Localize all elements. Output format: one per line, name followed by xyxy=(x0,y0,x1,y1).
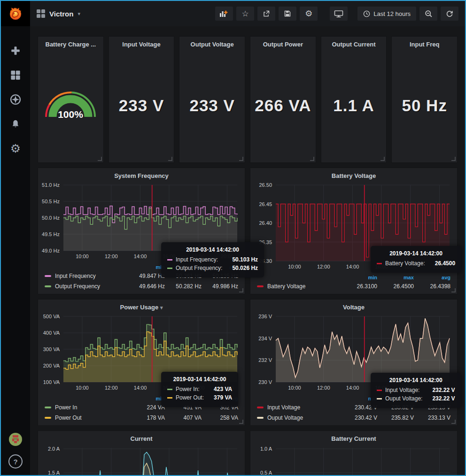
panel-title[interactable]: Output Current xyxy=(321,37,387,49)
panel-title[interactable]: Input Freq xyxy=(392,37,457,49)
y-tick-label: 234 V xyxy=(258,336,272,341)
voltage-chart[interactable]: 236 V234 V232 V230 V10:0012:0014:0016:00… xyxy=(250,312,457,394)
x-tick-label: 10:00 xyxy=(76,253,89,259)
dashboard-title[interactable]: Victron xyxy=(49,10,73,18)
panel-title[interactable]: Input Voltage xyxy=(109,37,174,49)
panel-title[interactable]: System Frequency xyxy=(38,168,245,180)
settings-gear-button[interactable]: ⚙ xyxy=(300,7,318,21)
legend-series-name[interactable]: Output Frequency xyxy=(55,283,100,290)
explore-icon[interactable] xyxy=(9,93,22,106)
cycle-view-tv-button[interactable] xyxy=(330,7,348,21)
panel-title[interactable]: Voltage xyxy=(250,299,457,312)
panel-resize-handle[interactable] xyxy=(239,157,243,161)
configuration-gear-icon[interactable]: ⚙ xyxy=(9,142,22,155)
legend-series-name[interactable]: Input Frequency xyxy=(55,273,96,279)
stat-value: 1.1 A xyxy=(321,49,387,162)
panel-resize-handle[interactable] xyxy=(451,157,456,161)
legend-series-name[interactable]: Ouput Voltage xyxy=(267,415,303,421)
stat-value: 233 V xyxy=(109,49,174,162)
refresh-icon xyxy=(446,10,453,17)
legend-value: 50.282 Hz xyxy=(165,283,202,290)
legend-header-cell[interactable]: min xyxy=(341,275,377,280)
system-frequency-chart[interactable]: 51.0 Hz50.5 Hz50.0 Hz49.5 Hz49.0 Hz10:00… xyxy=(38,180,245,263)
legend-value: 49.847 Hz xyxy=(128,273,165,279)
time-range-picker[interactable]: Last 12 hours xyxy=(357,7,416,21)
share-dashboard-button[interactable] xyxy=(257,7,275,21)
panel-resize-handle[interactable] xyxy=(239,288,243,292)
legend-series-name[interactable]: Battery Voltage xyxy=(267,283,305,290)
legend-header-cell[interactable]: min xyxy=(128,396,165,401)
panel-resize-handle[interactable] xyxy=(310,157,314,161)
add-panel-button[interactable] xyxy=(215,7,233,21)
y-tick-label: 50.5 Hz xyxy=(42,199,60,204)
save-dashboard-button[interactable] xyxy=(279,7,296,21)
panel-resize-handle[interactable] xyxy=(381,157,385,161)
panel-output-voltage: Output Voltage 233 V xyxy=(179,36,245,163)
alerting-bell-icon[interactable] xyxy=(9,117,22,131)
user-avatar[interactable] xyxy=(9,433,22,448)
panel-title[interactable]: Battery Charge ... xyxy=(38,37,103,49)
legend-value: 233.13 V xyxy=(414,415,450,421)
panel-title-caret-icon[interactable]: ▾ xyxy=(160,305,163,310)
y-tick-label: 232 V xyxy=(258,357,272,363)
tooltip-timestamp: 2019-03-14 14:42:00 xyxy=(167,376,232,383)
panel-title[interactable]: Current xyxy=(38,431,245,443)
power-usage-chart[interactable]: 500 VA400 VA300 VA200 VA100 VA10:0012:00… xyxy=(38,312,245,394)
legend-value: 230.42 V xyxy=(341,415,377,421)
dashboards-icon[interactable] xyxy=(9,69,22,82)
x-tick-label: 10:00 xyxy=(76,385,89,391)
panel-title[interactable]: Output Voltage xyxy=(179,37,245,49)
legend-item[interactable]: Ouput Voltage230.42 V235.82 V233.13 V xyxy=(257,413,450,423)
x-tick-label: 10:00 xyxy=(288,385,301,391)
legend-header-cell[interactable]: avg xyxy=(414,275,450,280)
tooltip-swatch xyxy=(377,263,382,264)
create-icon[interactable] xyxy=(9,44,22,57)
panel-title[interactable]: Output Power xyxy=(250,37,316,49)
legend-header-cell[interactable]: min xyxy=(128,264,165,270)
legend-item[interactable]: Output Frequency49.646 Hz50.282 Hz49.986… xyxy=(45,281,238,292)
refresh-button[interactable] xyxy=(441,7,458,21)
tooltip-timestamp: 2019-03-14 14:42:00 xyxy=(167,246,258,253)
legend-series-name[interactable]: Power Out xyxy=(55,415,82,421)
legend-series-name[interactable]: Input Voltage xyxy=(267,404,300,411)
tooltip-timestamp: 2019-03-14 14:42:00 xyxy=(377,377,455,384)
clock-icon xyxy=(363,10,370,17)
plot-area[interactable]: 1.0 A0.5 A0 A10:0012:0014:0016:0018:0020… xyxy=(250,443,457,476)
panel-title[interactable]: Battery Current xyxy=(250,431,457,443)
plot-area[interactable]: 2.0 A1.5 A1.0 A0.5 A10:0012:0014:0016:00… xyxy=(38,443,245,476)
zoom-out-button[interactable] xyxy=(419,7,437,21)
panel-resize-handle[interactable] xyxy=(239,420,243,424)
legend-header: minmaxavg xyxy=(257,273,450,281)
panel-title-text: Power Usage xyxy=(120,304,159,311)
panel-resize-handle[interactable] xyxy=(98,157,102,161)
legend-header-cell[interactable]: max xyxy=(377,275,414,280)
panel-title[interactable]: Power Usage ▾ xyxy=(38,299,245,312)
legend-item[interactable]: Power Out178 VA407 VA258 VA xyxy=(45,413,238,423)
tooltip-row: Output Frequency:50.026 Hz xyxy=(167,265,258,271)
x-tick-label: 12:00 xyxy=(317,385,330,391)
time-range-label: Last 12 hours xyxy=(373,10,411,17)
legend-item[interactable]: Battery Voltage26.310026.450026.4398 xyxy=(257,281,450,292)
help-icon[interactable]: ? xyxy=(8,454,23,468)
x-tick-label: 12:00 xyxy=(105,385,118,391)
dashboard-picker[interactable]: Victron ▾ xyxy=(37,9,80,18)
y-tick-label: 300 VA xyxy=(43,346,60,352)
y-tick-label: 26.40 xyxy=(259,220,272,226)
chart-tooltip: 2019-03-14 14:42:00Input Frequency:50.10… xyxy=(161,242,264,277)
chart-panels-grid: System Frequency 51.0 Hz50.5 Hz50.0 Hz49… xyxy=(38,168,458,476)
panel-resize-handle[interactable] xyxy=(451,288,456,292)
panel-title[interactable]: Battery Voltage xyxy=(250,168,457,180)
legend-series-name[interactable]: Power In xyxy=(55,404,77,411)
star-dashboard-button[interactable]: ☆ xyxy=(236,7,254,21)
panel-resize-handle[interactable] xyxy=(168,157,172,161)
battery-voltage-chart[interactable]: 26.5026.4526.4026.3526.3010:0012:0014:00… xyxy=(250,180,457,273)
help-glyph: ? xyxy=(13,458,17,466)
y-tick-label: 49.5 Hz xyxy=(42,231,60,237)
stat-value: 233 V xyxy=(179,49,245,162)
battery-current-chart[interactable]: 1.0 A0.5 A0 A10:0012:0014:0016:0018:0020… xyxy=(250,443,457,476)
y-tick-label: 100 VA xyxy=(43,379,60,385)
panel-resize-handle[interactable] xyxy=(451,420,456,424)
current-chart[interactable]: 2.0 A1.5 A1.0 A0.5 A10:0012:0014:0016:00… xyxy=(38,443,245,476)
grafana-logo[interactable] xyxy=(1,1,30,26)
y-tick-label: 50.0 Hz xyxy=(42,215,60,221)
